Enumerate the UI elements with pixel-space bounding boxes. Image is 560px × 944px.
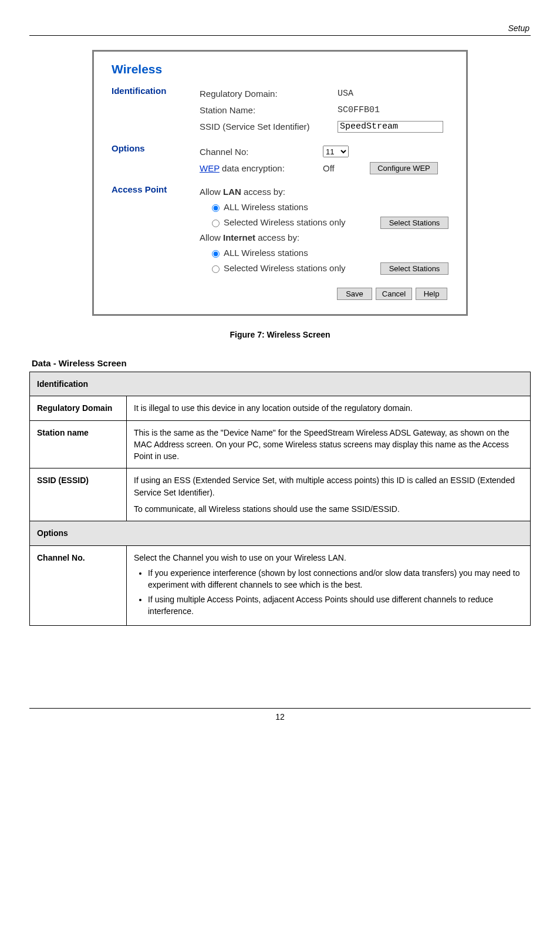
save-button[interactable]: Save [337,288,372,300]
access-point-heading: Access Point [112,184,200,194]
wireless-config-panel: Wireless Identification Regulatory Domai… [92,50,468,316]
options-block: Options Channel No: 11 WEP data encrypti… [112,143,448,176]
lan-all-radio[interactable] [212,204,220,212]
lan-label-post: access by: [241,187,285,197]
wep-status: Off [323,163,370,173]
ssid-label: SSID (Service Set Identifier) [200,119,338,135]
identification-block: Identification Regulatory Domain: Statio… [112,86,448,135]
reg-domain-value: USA [338,86,448,102]
table-row: Channel No. Select the Channel you wish … [30,545,531,625]
access-point-block: Access Point Allow LAN access by: ALL Wi… [112,184,448,276]
identification-labels: Regulatory Domain: Station Name: SSID (S… [200,86,338,135]
reg-domain-desc: It is illegal to use this device in any … [127,396,531,420]
lan-selected-radio[interactable] [212,220,220,227]
table-row: Station name This is the same as the "De… [30,420,531,468]
station-name-desc: This is the same as the "Device Name" fo… [127,420,531,468]
table-row: Regulatory Domain It is illegal to use t… [30,396,531,420]
internet-all-option[interactable]: ALL Wireless stations [200,245,448,261]
identification-heading: Identification [112,86,200,96]
station-name-label: Station Name: [200,102,338,119]
data-heading: Data - Wireless Screen [29,358,531,368]
lan-label-bold: LAN [223,187,241,197]
identification-values: USA SC0FFB01 [338,86,448,135]
figure-caption: Figure 7: Wireless Screen [29,330,531,339]
header-rule [29,35,531,36]
help-button[interactable]: Help [416,288,447,300]
configure-wep-button[interactable]: Configure WEP [370,162,438,174]
int-label-bold: Internet [223,232,255,242]
ssid-desc: If using an ESS (Extended Service Set, w… [127,468,531,521]
ssid-input[interactable] [338,121,443,133]
options-heading: Options [112,143,200,153]
page-number: 12 [29,712,531,722]
station-name-key: Station name [30,420,127,468]
cancel-button[interactable]: Cancel [376,288,412,300]
channel-desc: Select the Channel you wish to use on yo… [127,545,531,625]
internet-selected-radio[interactable] [212,265,220,273]
internet-all-radio[interactable] [212,250,220,258]
select-stations-internet-button[interactable]: Select Stations [380,262,448,275]
lan-all-option[interactable]: ALL Wireless stations [200,200,448,215]
reg-domain-label: Regulatory Domain: [200,86,338,102]
lan-selected-option[interactable]: Selected Wireless stations only [200,215,380,230]
internet-selected-option[interactable]: Selected Wireless stations only [200,261,380,276]
footer-rule [29,708,531,709]
lan-label-pre: Allow [200,187,223,197]
panel-button-row: Save Cancel Help [112,288,448,300]
channel-select[interactable]: 11 [323,146,349,157]
ssid-key: SSID (ESSID) [30,468,127,521]
reg-domain-key: Regulatory Domain [30,396,127,420]
section-options: Options [30,521,531,545]
panel-title: Wireless [112,62,448,76]
wep-link[interactable]: WEP [200,163,220,173]
table-row: SSID (ESSID) If using an ESS (Extended S… [30,468,531,521]
section-identification: Identification [30,372,531,396]
int-label-post: access by: [255,232,299,242]
channel-key: Channel No. [30,545,127,625]
wep-label-suffix: data encryption: [220,163,285,173]
channel-label: Channel No: [200,143,323,160]
select-stations-lan-button[interactable]: Select Stations [380,217,448,229]
station-name-value: SC0FFB01 [338,102,448,119]
int-label-pre: Allow [200,232,223,242]
page-header-section: Setup [29,23,531,33]
description-table: Identification Regulatory Domain It is i… [29,372,531,626]
